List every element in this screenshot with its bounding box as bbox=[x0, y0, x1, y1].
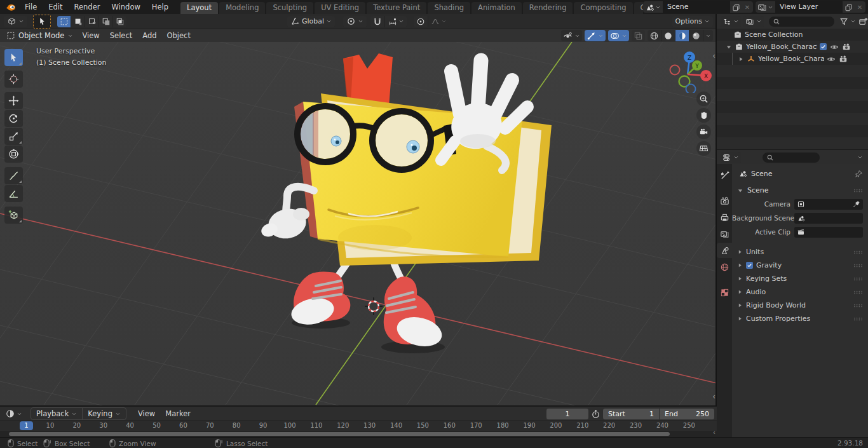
timeline-view-menu[interactable]: View bbox=[133, 407, 160, 420]
keying-menu[interactable]: Keying bbox=[83, 408, 126, 419]
select-mode-set[interactable] bbox=[57, 16, 71, 27]
drag-dots-icon[interactable] bbox=[853, 290, 863, 295]
select-mode-extend[interactable] bbox=[71, 16, 85, 27]
frame-start-field[interactable]: Start1 bbox=[603, 409, 659, 419]
navigation-gizmo[interactable]: Z Y X bbox=[656, 47, 714, 93]
workspace-tab[interactable]: Shading bbox=[428, 2, 470, 14]
outliner-filter-type-button[interactable] bbox=[743, 16, 764, 27]
view-layer-copy-button[interactable] bbox=[843, 1, 854, 13]
pan-button[interactable] bbox=[696, 108, 711, 123]
gizmo-minus-x[interactable] bbox=[670, 65, 680, 75]
tab-scene[interactable] bbox=[717, 243, 732, 258]
drag-dots-icon[interactable] bbox=[853, 316, 863, 322]
property-field[interactable] bbox=[794, 227, 863, 238]
menu-item[interactable]: Window bbox=[105, 0, 146, 14]
workspace-tab[interactable]: Animation bbox=[471, 2, 522, 14]
menu-item[interactable]: Edit bbox=[43, 0, 68, 14]
current-frame-indicator[interactable]: 1 bbox=[20, 421, 33, 430]
scene-panel-header[interactable]: Scene bbox=[732, 182, 868, 197]
shading-solid[interactable] bbox=[661, 30, 675, 41]
new-collection-button[interactable] bbox=[858, 17, 868, 26]
proportional-edit-toggle[interactable] bbox=[414, 16, 428, 27]
workspace-tab[interactable]: Geometry Nodes bbox=[634, 2, 643, 14]
workspace-tab[interactable]: Compositing bbox=[574, 2, 632, 14]
drag-dots-icon[interactable] bbox=[853, 303, 863, 308]
view-layer-browse-button[interactable] bbox=[756, 1, 775, 13]
properties-options-dropdown[interactable] bbox=[857, 154, 863, 160]
properties-section[interactable]: Custom Properties bbox=[732, 312, 868, 325]
pivot-point-button[interactable] bbox=[343, 16, 367, 27]
workspace-tab[interactable]: Layout bbox=[180, 2, 218, 14]
tab-output[interactable] bbox=[717, 210, 732, 225]
scene-name-field[interactable]: Scene bbox=[663, 1, 730, 13]
scene-browse-button[interactable] bbox=[643, 1, 663, 13]
tool-button[interactable] bbox=[4, 146, 23, 163]
drag-dots-icon[interactable] bbox=[853, 276, 863, 282]
tool-button[interactable] bbox=[4, 207, 23, 224]
shading-dropdown[interactable] bbox=[703, 30, 713, 41]
viewport-menu-item[interactable]: Select bbox=[105, 29, 137, 42]
properties-section[interactable]: Audio bbox=[732, 285, 868, 299]
properties-section[interactable]: Units bbox=[732, 245, 868, 259]
tab-view-layer[interactable] bbox=[717, 226, 732, 241]
outliner-row-character-object[interactable]: Yellow_Book_Character_ bbox=[717, 53, 868, 65]
eyedropper-icon[interactable] bbox=[852, 200, 860, 208]
viewport-menu-item[interactable]: View bbox=[77, 29, 104, 42]
gravity-checkbox[interactable] bbox=[746, 262, 753, 269]
viewport-menu-item[interactable]: Add bbox=[137, 29, 161, 42]
timeline-editor-type-button[interactable] bbox=[4, 408, 24, 419]
tool-button[interactable] bbox=[4, 92, 23, 109]
select-mode-invert[interactable] bbox=[99, 16, 113, 27]
mode-selector[interactable]: Object Mode bbox=[3, 29, 77, 42]
scrollbar-thumb[interactable] bbox=[9, 432, 670, 436]
drag-dots-icon[interactable] bbox=[853, 263, 863, 268]
outliner-search-input[interactable] bbox=[769, 17, 834, 27]
playback-menu[interactable]: Playback bbox=[31, 408, 83, 419]
scrollbar-collapse-arrow[interactable]: ‹ bbox=[713, 429, 715, 437]
frame-end-field[interactable]: End250 bbox=[660, 409, 714, 419]
hide-eye-icon[interactable] bbox=[827, 55, 836, 64]
workspace-tab[interactable]: Rendering bbox=[523, 2, 573, 14]
shading-wireframe[interactable] bbox=[648, 30, 661, 41]
disclosure-right-icon[interactable] bbox=[738, 56, 744, 62]
gizmo-minus-z[interactable] bbox=[686, 85, 696, 93]
properties-section[interactable]: Keying Sets bbox=[732, 272, 868, 285]
workspace-tab[interactable]: Sculpting bbox=[266, 2, 313, 14]
current-frame-field[interactable]: 1 bbox=[546, 409, 588, 419]
object-visibility-button[interactable] bbox=[561, 30, 582, 41]
tool-button[interactable] bbox=[4, 128, 23, 145]
tool-button[interactable] bbox=[4, 185, 23, 202]
snap-toggle[interactable] bbox=[370, 16, 385, 27]
properties-editor-type-button[interactable] bbox=[721, 152, 741, 163]
property-field[interactable] bbox=[794, 213, 863, 224]
timeline-marker-menu[interactable]: Marker bbox=[160, 407, 196, 420]
camera-view-button[interactable] bbox=[696, 125, 711, 139]
properties-search-input[interactable] bbox=[763, 153, 820, 163]
pin-icon[interactable] bbox=[855, 170, 863, 178]
tab-tool[interactable] bbox=[717, 168, 732, 183]
snap-target-button[interactable] bbox=[385, 16, 407, 27]
tool-button[interactable] bbox=[4, 110, 23, 127]
blender-logo-icon[interactable] bbox=[5, 3, 17, 11]
tab-world[interactable] bbox=[717, 259, 732, 275]
timeline-scrollbar[interactable]: ‹ bbox=[0, 431, 717, 437]
tool-button[interactable] bbox=[4, 167, 23, 184]
shading-rendered[interactable] bbox=[689, 30, 703, 41]
proportional-falloff-button[interactable] bbox=[428, 16, 449, 27]
editor-type-button[interactable] bbox=[4, 16, 27, 27]
tab-render[interactable] bbox=[717, 193, 732, 208]
zoom-button[interactable] bbox=[696, 92, 711, 106]
yellow-book-character[interactable] bbox=[259, 53, 552, 353]
workspace-tab[interactable]: UV Editing bbox=[315, 2, 365, 14]
scene-unlink-button[interactable]: ✕ bbox=[742, 1, 753, 13]
collection-checkbox[interactable] bbox=[820, 43, 827, 50]
select-mode-subtract[interactable] bbox=[85, 16, 99, 27]
disable-render-icon[interactable] bbox=[839, 55, 848, 64]
options-button[interactable]: Options bbox=[672, 16, 713, 27]
hide-eye-icon[interactable] bbox=[830, 43, 839, 51]
viewport-menu-item[interactable]: Object bbox=[162, 29, 196, 42]
menu-item[interactable]: File bbox=[19, 0, 43, 14]
timeline-ruler[interactable]: 1020304050607080901001101201301401501601… bbox=[0, 420, 717, 431]
properties-section[interactable]: Gravity bbox=[732, 259, 868, 272]
menu-item[interactable]: Render bbox=[69, 0, 106, 14]
